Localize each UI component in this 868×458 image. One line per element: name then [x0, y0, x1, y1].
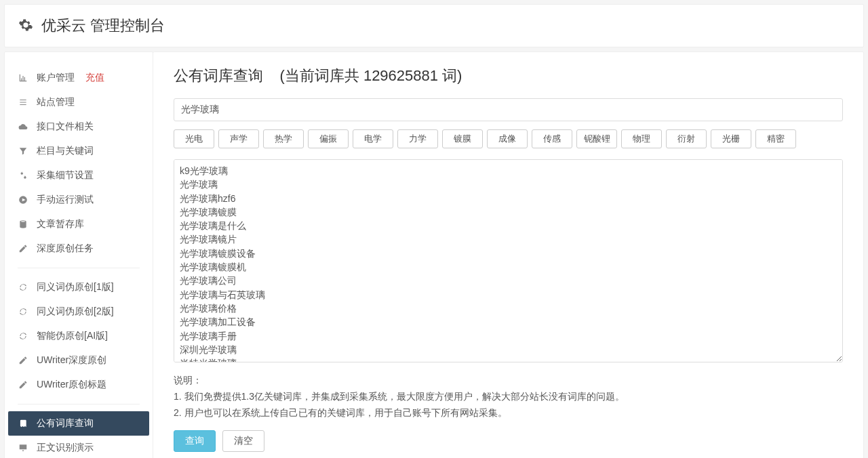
sidebar-item-label: 同义词伪原创[2版] [37, 306, 114, 318]
cogs-icon [18, 170, 28, 181]
sidebar-item-label: 栏目与关键词 [37, 145, 94, 157]
cloud-icon [18, 121, 28, 132]
sidebar-item-body-demo[interactable]: 正文识别演示 [8, 436, 149, 458]
sidebar-item-accounts[interactable]: 账户管理充值 [8, 66, 149, 90]
sidebar-item-label: 站点管理 [37, 96, 75, 108]
note-label: 说明： [174, 373, 843, 389]
edit-icon [18, 355, 28, 366]
gear-icon [18, 18, 33, 35]
app-title: 优采云 管理控制台 [41, 16, 165, 36]
tag-row: 光电声学热学偏振电学力学镀膜成像传感铌酸锂物理衍射光栅精密 [174, 129, 843, 148]
search-input[interactable] [174, 98, 843, 121]
sidebar-item-label: 手动运行测试 [37, 194, 94, 206]
page-title-prefix: 公有词库查询 [174, 67, 263, 84]
sidebar-item-label: 采集细节设置 [37, 169, 94, 182]
sidebar-item-label: UWriter原创标题 [37, 379, 106, 391]
clear-button[interactable]: 清空 [222, 430, 264, 452]
app-header: 优采云 管理控制台 [4, 4, 864, 47]
sidebar-item-collect[interactable]: 采集细节设置 [8, 163, 149, 188]
page-title: 公有词库查询 (当前词库共 129625881 词) [174, 66, 843, 86]
sidebar-item-label: 同义词伪原创[1版] [37, 281, 114, 293]
sidebar-item-label: 账户管理 [37, 72, 75, 84]
bar-chart-icon [18, 72, 28, 83]
sidebar-divider [18, 268, 140, 268]
filter-icon [18, 146, 28, 157]
tag-声学[interactable]: 声学 [218, 129, 259, 148]
refresh-icon [18, 306, 28, 317]
action-row: 查询 清空 [174, 430, 843, 452]
query-button[interactable]: 查询 [174, 430, 216, 452]
main-panel: 公有词库查询 (当前词库共 129625881 词) 光电声学热学偏振电学力学镀… [153, 51, 864, 458]
tag-力学[interactable]: 力学 [397, 129, 438, 148]
tag-热学[interactable]: 热学 [263, 129, 304, 148]
sidebar-item-deep-tasks[interactable]: 深度原创任务 [8, 236, 149, 261]
tag-衍射[interactable]: 衍射 [666, 129, 707, 148]
sidebar-item-uwriter-deep[interactable]: UWriter深度原创 [8, 348, 149, 373]
sidebar-item-columns[interactable]: 栏目与关键词 [8, 139, 149, 163]
tag-光栅[interactable]: 光栅 [711, 129, 751, 148]
sidebar-item-syn-v2[interactable]: 同义词伪原创[2版] [8, 299, 149, 324]
refresh-icon [18, 331, 28, 341]
tag-镀膜[interactable]: 镀膜 [442, 129, 483, 148]
tag-成像[interactable]: 成像 [487, 129, 528, 148]
sidebar-item-uwriter-title[interactable]: UWriter原创标题 [8, 373, 149, 397]
note-line-1: 1. 我们免费提供1.3亿关键词库，并集成到采集系统，最大限度方便用户，解决大部… [174, 389, 843, 405]
tag-物理[interactable]: 物理 [621, 129, 662, 148]
sidebar-item-manual-run[interactable]: 手动运行测试 [8, 188, 149, 212]
tag-电学[interactable]: 电学 [353, 129, 393, 148]
play-icon [18, 194, 28, 205]
sidebar-item-api-files[interactable]: 接口文件相关 [8, 114, 149, 139]
sidebar-item-label: 深度原创任务 [37, 243, 94, 255]
tag-光电[interactable]: 光电 [174, 129, 214, 148]
tag-传感[interactable]: 传感 [532, 129, 572, 148]
database-icon [18, 219, 28, 230]
refresh-icon [18, 282, 28, 293]
sidebar-item-syn-v1[interactable]: 同义词伪原创[1版] [8, 275, 149, 299]
sidebar-item-label: UWriter深度原创 [37, 354, 106, 367]
sidebar: 账户管理充值站点管理接口文件相关栏目与关键词采集细节设置手动运行测试文章暂存库深… [4, 51, 153, 458]
sidebar-item-public-lexicon[interactable]: 公有词库查询 [8, 411, 149, 436]
sidebar-item-label: 接口文件相关 [37, 121, 94, 133]
sidebar-item-label: 公有词库查询 [37, 417, 94, 430]
book-icon [18, 418, 28, 429]
sidebar-item-label: 正文识别演示 [37, 442, 94, 454]
sidebar-divider [18, 404, 140, 404]
note-line-2: 2. 用户也可以在系统上传自己已有的关键词库，用于自己账号下所有网站采集。 [174, 405, 843, 421]
page-title-count: (当前词库共 129625881 词) [279, 67, 462, 84]
tag-精密[interactable]: 精密 [755, 129, 796, 148]
results-textarea[interactable] [174, 159, 843, 362]
sidebar-item-label: 智能伪原创[AI版] [37, 330, 108, 342]
edit-icon [18, 243, 28, 254]
sidebar-item-drafts[interactable]: 文章暂存库 [8, 212, 149, 236]
tag-偏振[interactable]: 偏振 [308, 129, 349, 148]
recharge-badge: 充值 [85, 72, 104, 84]
tag-铌酸锂[interactable]: 铌酸锂 [576, 129, 617, 148]
list-icon [18, 97, 28, 108]
note-block: 说明： 1. 我们免费提供1.3亿关键词库，并集成到采集系统，最大限度方便用户，… [174, 373, 843, 421]
edit-icon [18, 379, 28, 390]
display-icon [18, 442, 28, 453]
sidebar-item-ai-syn[interactable]: 智能伪原创[AI版] [8, 324, 149, 348]
sidebar-item-sites[interactable]: 站点管理 [8, 90, 149, 114]
sidebar-item-label: 文章暂存库 [37, 218, 84, 230]
